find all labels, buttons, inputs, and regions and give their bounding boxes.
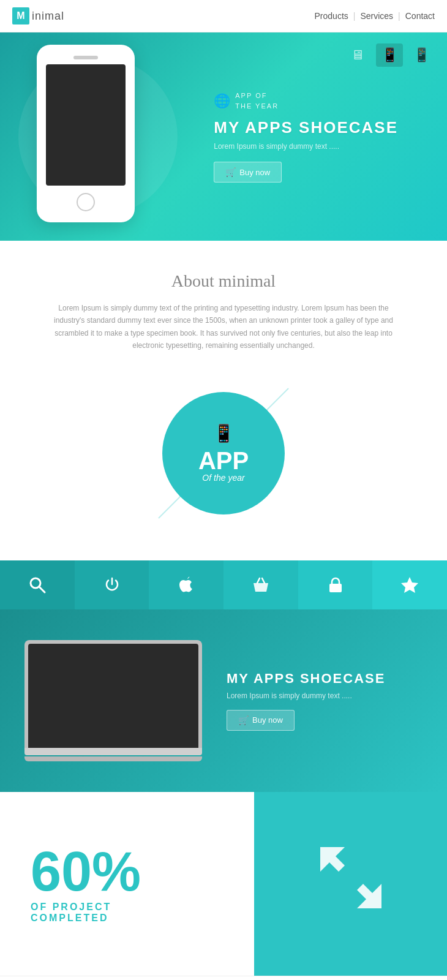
stats-label-top: OF PROJECT [31, 902, 111, 913]
nav-products[interactable]: Products [315, 11, 348, 21]
phone-speaker [73, 56, 98, 59]
phone-button [77, 193, 95, 211]
nav-contact[interactable]: Contact [405, 11, 435, 21]
laptop-base [24, 748, 202, 755]
hero-buy-button[interactable]: 🛒 Buy now [214, 162, 282, 183]
hero-title: MY APPS SHOECASE [214, 118, 398, 137]
stats-left: 60% OF PROJECT COMPLETED [0, 792, 254, 976]
svg-line-1 [39, 587, 45, 592]
icon-star[interactable] [372, 560, 447, 609]
phone-device [37, 45, 135, 222]
globe-icon: 🌐 [214, 93, 230, 109]
app-year-circle: 📱 APP Of the year [162, 392, 285, 514]
svg-marker-5 [357, 884, 381, 908]
stats-percent: 60% [31, 844, 141, 899]
resize-icon [314, 841, 388, 926]
hero-content: 🌐 APP OF THE YEAR MY APPS SHOECASE Lorem… [214, 91, 398, 183]
phone-screen [46, 64, 126, 186]
showcase-subtitle: Lorem Ipsum is simply dummy text ..... [227, 692, 385, 700]
device-mobile-btn[interactable]: 📱 [408, 43, 435, 67]
showcase-title: MY APPS SHOECASE [227, 671, 385, 687]
laptop-screen-outer [24, 640, 202, 748]
icons-bar [0, 560, 447, 609]
stats-section: 60% OF PROJECT COMPLETED [0, 792, 447, 976]
showcase-buy-button[interactable]: 🛒 Buy now [227, 710, 295, 731]
nav-sep-2: | [398, 11, 400, 21]
device-switcher: 🖥 📱 📱 [344, 43, 435, 67]
icon-lock[interactable] [298, 560, 373, 609]
logo: M inimal [12, 7, 64, 24]
nav: Products | Services | Contact [315, 11, 435, 21]
footer: Copyright © 2012 Css Author [0, 976, 447, 980]
device-tablet-btn[interactable]: 📱 [376, 43, 403, 67]
hero-section: 🖥 📱 📱 🌐 APP OF THE YEAR MY APPS SHOECASE… [0, 32, 447, 241]
logo-text: inimal [32, 10, 64, 23]
svg-marker-4 [320, 847, 345, 872]
showcase-section: MY APPS SHOECASE Lorem Ipsum is simply d… [0, 609, 447, 792]
logo-icon: M [12, 7, 29, 24]
about-title: About minimal [37, 271, 410, 291]
svg-marker-3 [401, 577, 418, 593]
laptop-screen [28, 644, 198, 748]
stats-label-bottom: COMPLETED [31, 913, 108, 924]
stats-right [254, 792, 447, 976]
about-section: About minimal Lorem Ipsum is simply dumm… [0, 241, 447, 560]
icon-basket[interactable] [224, 560, 298, 609]
laptop-device [24, 640, 202, 761]
hero-subtitle: Lorem Ipsum is simply dummy text ..... [214, 142, 398, 151]
mobile-icon: 📱 [213, 423, 235, 443]
icon-apple[interactable] [149, 560, 224, 609]
hero-badge-text: APP OF THE YEAR [235, 91, 279, 111]
about-paragraph: Lorem Ipsum is simply dummy text of the … [46, 302, 401, 352]
icon-power[interactable] [75, 560, 149, 609]
cart-icon-2: 🛒 [238, 715, 249, 725]
laptop-bottom [24, 756, 202, 761]
app-circle-subtitle: Of the year [202, 473, 244, 483]
nav-sep-1: | [353, 11, 356, 21]
app-circle-title: APP [198, 448, 249, 473]
svg-rect-2 [329, 584, 342, 592]
icon-search[interactable] [0, 560, 75, 609]
hero-badge: 🌐 APP OF THE YEAR [214, 91, 398, 111]
header: M inimal Products | Services | Contact [0, 0, 447, 32]
laptop-wrapper [24, 640, 202, 761]
nav-services[interactable]: Services [360, 11, 393, 21]
device-desktop-btn[interactable]: 🖥 [344, 43, 371, 67]
app-badge-container: 📱 APP Of the year [116, 377, 331, 530]
showcase-content: MY APPS SHOECASE Lorem Ipsum is simply d… [227, 671, 385, 731]
hero-phone-wrapper [37, 45, 135, 222]
cart-icon: 🛒 [225, 167, 236, 177]
